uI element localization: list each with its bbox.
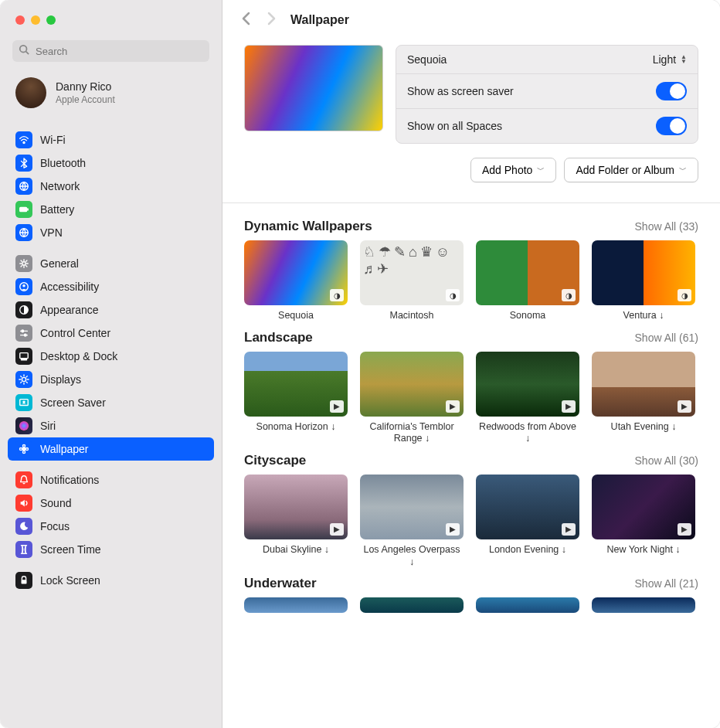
sidebar-item-sound[interactable]: Sound	[8, 492, 214, 515]
gear-icon	[15, 255, 32, 272]
wallpaper-thumb[interactable]: ◑Sonoma	[476, 240, 579, 322]
svg-point-18	[22, 377, 25, 381]
nav-back-button[interactable]	[241, 12, 252, 29]
wallpaper-thumb-caption: Sequoia	[244, 310, 348, 322]
sidebar-item-label: Notifications	[40, 474, 99, 486]
sidebar-item-desktop-dock[interactable]: Desktop & Dock	[8, 345, 214, 368]
sidebar-item-control-center[interactable]: Control Center	[8, 321, 214, 345]
sidebar-item-siri[interactable]: Siri	[8, 414, 214, 437]
sidebar-item-network[interactable]: Network	[8, 175, 214, 198]
show-all-link[interactable]: Show All (61)	[635, 332, 698, 344]
sidebar-item-notifications[interactable]: Notifications	[8, 468, 214, 492]
show-all-link[interactable]: Show All (30)	[635, 454, 698, 467]
search-icon	[19, 44, 29, 58]
show-all-link[interactable]: Show All (33)	[635, 220, 698, 233]
sidebar-item-bluetooth[interactable]: Bluetooth	[8, 151, 214, 175]
window-minimize-button[interactable]	[31, 15, 40, 25]
apple-account-row[interactable]: Danny Rico Apple Account	[0, 70, 222, 121]
sidebar-item-label: Control Center	[40, 327, 110, 339]
section-title: Dynamic Wallpapers	[244, 219, 372, 234]
sidebar-item-lock-screen[interactable]: Lock Screen	[8, 569, 214, 592]
wallpaper-thumb[interactable]	[360, 597, 464, 613]
wallpaper-thumb-image	[592, 597, 695, 613]
svg-point-21	[22, 447, 25, 451]
sidebar-item-label: VPN	[40, 226, 63, 239]
battery-icon	[15, 201, 32, 218]
bell-icon	[15, 471, 32, 488]
sidebar-item-vpn[interactable]: VPN	[8, 221, 214, 244]
svg-point-10	[22, 284, 25, 287]
sliders-icon	[15, 325, 32, 342]
sidebar-item-general[interactable]: General	[8, 252, 214, 275]
sidebar-item-displays[interactable]: Displays	[8, 368, 214, 391]
wallpaper-name: Sequoia	[407, 53, 447, 66]
show-all-link[interactable]: Show All (21)	[635, 577, 698, 590]
wallpaper-thumb-caption: Dubai Skyline ↓	[244, 544, 348, 556]
sidebar: Danny Rico Apple Account Wi-FiBluetoothN…	[0, 0, 222, 728]
wallpaper-thumb[interactable]	[244, 597, 348, 613]
show-all-spaces-toggle[interactable]	[656, 117, 687, 135]
wallpaper-thumb-caption: California's Temblor Range ↓	[360, 421, 464, 445]
sidebar-item-focus[interactable]: Focus	[8, 515, 214, 538]
sidebar-item-wi-fi[interactable]: Wi-Fi	[8, 128, 214, 151]
add-folder-button[interactable]: Add Folder or Album ﹀	[564, 158, 698, 182]
wallpaper-thumb-image: ◑	[592, 240, 695, 305]
svg-point-23	[22, 451, 25, 453]
window-zoom-button[interactable]	[46, 15, 56, 25]
sidebar-item-appearance[interactable]: Appearance	[8, 298, 214, 321]
wallpaper-thumb[interactable]: ▶London Evening ↓	[476, 475, 579, 568]
sidebar-item-screen-saver[interactable]: Screen Saver	[8, 391, 214, 414]
wallpaper-thumb[interactable]: ▶California's Temblor Range ↓	[360, 352, 464, 445]
hourglass-icon	[15, 541, 32, 558]
nav-forward-button[interactable]	[266, 12, 277, 29]
sidebar-item-label: Wi-Fi	[40, 134, 66, 146]
sidebar-item-wallpaper[interactable]: Wallpaper	[8, 437, 214, 461]
svg-point-25	[25, 447, 28, 450]
wallpaper-thumb-caption: New York Night ↓	[592, 544, 695, 556]
wallpaper-thumb[interactable]: ▶New York Night ↓	[592, 475, 695, 568]
wallpaper-thumb-image: ▶	[476, 352, 579, 417]
svg-rect-16	[20, 353, 29, 359]
wallpaper-thumb-caption: Sonoma Horizon ↓	[244, 421, 348, 434]
wallpaper-thumb-image: ▶	[360, 352, 464, 417]
svg-rect-17	[22, 359, 27, 360]
section-title: Underwater	[244, 576, 317, 591]
sidebar-item-label: Battery	[40, 203, 74, 216]
account-name: Danny Rico	[56, 80, 115, 93]
wallpaper-thumb[interactable]	[592, 597, 695, 613]
account-sub: Apple Account	[56, 94, 115, 105]
wallpaper-thumb[interactable]: ◑Ventura ↓	[592, 240, 695, 322]
sidebar-item-label: Appearance	[40, 304, 99, 316]
add-photo-button[interactable]: Add Photo ﹀	[470, 158, 556, 182]
show-screensaver-toggle[interactable]	[656, 82, 687, 100]
sidebar-item-screen-time[interactable]: Screen Time	[8, 538, 214, 561]
wallpaper-options-panel: Sequoia Light ▲▼ Show as screen saver	[396, 45, 698, 144]
sidebar-item-label: Bluetooth	[40, 157, 86, 169]
section-title: Cityscape	[244, 453, 306, 468]
wallpaper-thumb[interactable]	[476, 597, 579, 613]
wallpaper-thumb[interactable]: ◑Sequoia	[244, 240, 348, 322]
wallpaper-thumb-image: ◑	[476, 240, 579, 305]
wallpaper-thumb-image: ◑	[244, 240, 348, 305]
sidebar-item-battery[interactable]: Battery	[8, 198, 214, 221]
svg-rect-26	[22, 580, 27, 583]
sidebar-item-accessibility[interactable]: Accessibility	[8, 275, 214, 298]
window-close-button[interactable]	[15, 15, 25, 25]
sidebar-item-label: Displays	[40, 373, 81, 386]
wallpaper-thumb[interactable]: ▶Utah Evening ↓	[592, 352, 695, 445]
wallpaper-thumb[interactable]: ▶Los Angeles Overpass ↓	[360, 475, 464, 568]
titlebar	[0, 0, 222, 40]
wallpaper-thumb[interactable]: ▶Dubai Skyline ↓	[244, 475, 348, 568]
svg-rect-5	[27, 209, 28, 210]
sidebar-item-label: Siri	[40, 420, 56, 432]
wallpaper-thumb[interactable]: ▶Sonoma Horizon ↓	[244, 352, 348, 445]
svg-point-20	[19, 421, 29, 430]
wallpaper-thumb[interactable]: ◑Macintosh	[360, 240, 464, 322]
dock-icon	[15, 348, 32, 365]
wallpaper-thumb[interactable]: ▶Redwoods from Above ↓	[476, 352, 579, 445]
search-input[interactable]	[12, 40, 209, 62]
wallpaper-thumb-image: ▶	[592, 352, 695, 417]
globe-icon	[15, 224, 32, 241]
sidebar-item-label: Sound	[40, 497, 71, 509]
wallpaper-mode-select[interactable]: Light ▲▼	[653, 53, 687, 66]
